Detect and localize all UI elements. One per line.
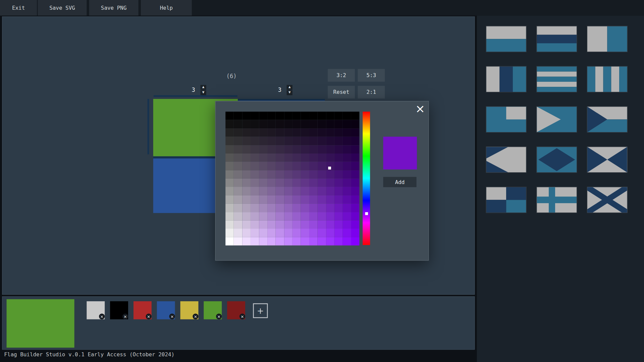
sv-cell[interactable] <box>234 154 242 162</box>
sv-cell[interactable] <box>276 203 284 212</box>
sv-cell[interactable] <box>267 229 276 237</box>
left-spinner-value[interactable]: 3 <box>186 84 201 96</box>
sv-cell[interactable] <box>251 137 259 145</box>
sv-cell[interactable] <box>309 162 318 170</box>
sv-cell[interactable] <box>292 128 301 137</box>
sv-cell[interactable] <box>251 229 259 237</box>
aspect-2-1-button[interactable]: 2:1 <box>358 86 385 99</box>
sv-cell[interactable] <box>242 212 251 220</box>
sv-cell[interactable] <box>251 212 259 220</box>
sv-cell[interactable] <box>259 145 267 154</box>
sv-cell[interactable] <box>259 154 267 162</box>
sv-cell[interactable] <box>334 237 343 245</box>
sv-cell[interactable] <box>343 145 351 154</box>
sv-cell[interactable] <box>251 220 259 229</box>
template-thumbnail-vertical-tricolor[interactable] <box>486 66 526 92</box>
sv-cell[interactable] <box>326 195 334 204</box>
sv-cell[interactable] <box>225 220 234 229</box>
sv-cell[interactable] <box>251 237 259 245</box>
sv-cell[interactable] <box>301 203 309 212</box>
sv-cell[interactable] <box>301 195 309 204</box>
sv-cell[interactable] <box>343 112 351 120</box>
sv-cell[interactable] <box>259 137 267 145</box>
sv-cell[interactable] <box>234 128 242 137</box>
sv-cell[interactable] <box>326 179 334 187</box>
sv-cell[interactable] <box>242 120 251 128</box>
sv-cell[interactable] <box>326 154 334 162</box>
sv-cell[interactable] <box>225 195 234 204</box>
delete-swatch-icon[interactable]: × <box>99 314 105 319</box>
palette-swatch-2[interactable]: × <box>133 301 152 319</box>
sv-cell[interactable] <box>343 128 351 137</box>
sv-cell[interactable] <box>225 112 234 120</box>
sv-cell[interactable] <box>259 212 267 220</box>
add-color-button[interactable]: Add <box>383 177 416 187</box>
sv-cell[interactable] <box>326 120 334 128</box>
sv-cell[interactable] <box>284 170 292 179</box>
sv-cell[interactable] <box>225 170 234 179</box>
sv-cell[interactable] <box>242 112 251 120</box>
sv-cell[interactable] <box>259 128 267 137</box>
sv-cell[interactable] <box>301 220 309 229</box>
sv-cell[interactable] <box>301 154 309 162</box>
sv-cell[interactable] <box>225 128 234 137</box>
sv-cell[interactable] <box>301 229 309 237</box>
sv-cell[interactable] <box>242 179 251 187</box>
sv-cell[interactable] <box>284 195 292 204</box>
sv-cell[interactable] <box>334 128 343 137</box>
spinner-down-icon[interactable]: ▼ <box>201 90 206 95</box>
sv-cell[interactable] <box>318 162 326 170</box>
sv-cell[interactable] <box>326 237 334 245</box>
spinner-down-icon[interactable]: ▼ <box>287 90 292 95</box>
sv-cell[interactable] <box>343 120 351 128</box>
sv-cell[interactable] <box>334 203 343 212</box>
sv-cell[interactable] <box>351 145 359 154</box>
sv-cell[interactable] <box>276 229 284 237</box>
sv-cell[interactable] <box>259 120 267 128</box>
sv-cell[interactable] <box>242 229 251 237</box>
sv-cell[interactable] <box>284 162 292 170</box>
template-thumbnail-horizontal-tricolor[interactable] <box>537 26 577 52</box>
sv-cell[interactable] <box>292 220 301 229</box>
sv-cell[interactable] <box>234 203 242 212</box>
sv-cell[interactable] <box>234 112 242 120</box>
sv-cell[interactable] <box>242 128 251 137</box>
sv-cell[interactable] <box>301 170 309 179</box>
sv-cell[interactable] <box>292 203 301 212</box>
sv-cell[interactable] <box>267 220 276 229</box>
sv-cell[interactable] <box>276 212 284 220</box>
sv-cell[interactable] <box>309 128 318 137</box>
delete-swatch-icon[interactable]: × <box>146 314 152 319</box>
sv-cell[interactable] <box>351 195 359 204</box>
sv-cell[interactable] <box>318 145 326 154</box>
sv-cell[interactable] <box>284 212 292 220</box>
sv-cell[interactable] <box>343 203 351 212</box>
sv-cell[interactable] <box>234 220 242 229</box>
sv-cell[interactable] <box>343 212 351 220</box>
sv-cell[interactable] <box>276 137 284 145</box>
sv-cell[interactable] <box>259 195 267 204</box>
sv-cell[interactable] <box>292 170 301 179</box>
sv-cell[interactable] <box>284 112 292 120</box>
sv-cell[interactable] <box>318 128 326 137</box>
sv-cell[interactable] <box>242 195 251 204</box>
sv-cell[interactable] <box>276 120 284 128</box>
sv-cell[interactable] <box>251 170 259 179</box>
sv-cell[interactable] <box>309 212 318 220</box>
sv-cell[interactable] <box>251 145 259 154</box>
sv-cell[interactable] <box>301 179 309 187</box>
sv-cell[interactable] <box>225 162 234 170</box>
sv-cell[interactable] <box>267 154 276 162</box>
delete-swatch-icon[interactable]: × <box>122 314 128 319</box>
template-thumbnail-diamond[interactable] <box>537 147 577 172</box>
sv-cell[interactable] <box>292 145 301 154</box>
sv-cell[interactable] <box>351 220 359 229</box>
sv-cell[interactable] <box>234 229 242 237</box>
sv-cell[interactable] <box>318 137 326 145</box>
close-button[interactable]: × <box>414 102 427 115</box>
sv-cell[interactable] <box>309 237 318 245</box>
sv-cell[interactable] <box>284 187 292 195</box>
sv-cell[interactable] <box>343 229 351 237</box>
sv-cell[interactable] <box>351 179 359 187</box>
delete-swatch-icon[interactable]: × <box>169 314 175 319</box>
